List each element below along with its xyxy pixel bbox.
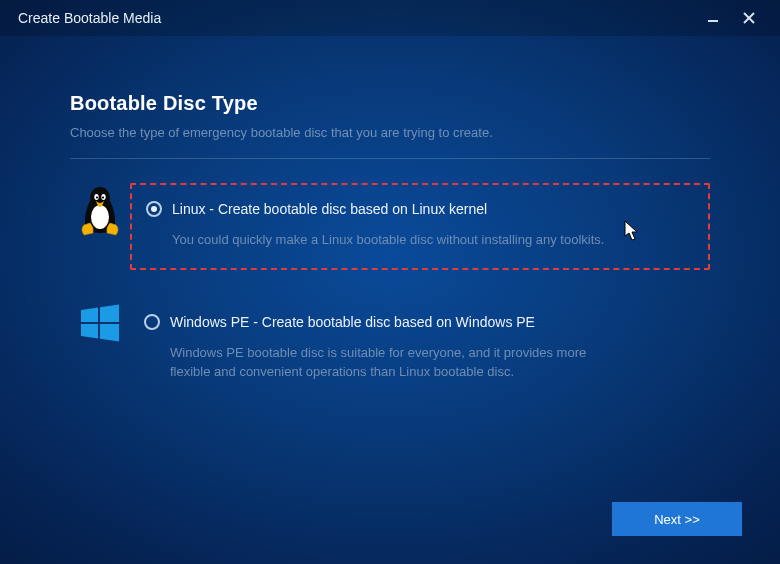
option-winpe: Windows PE - Create bootable disc based … [70,298,710,400]
option-linux-block[interactable]: Linux - Create bootable disc based on Li… [130,183,710,270]
option-winpe-title: Windows PE - Create bootable disc based … [170,314,535,330]
option-linux-desc: You could quickly make a Linux bootable … [172,231,632,250]
winpe-icon-col [70,298,130,344]
svg-point-8 [102,196,104,198]
option-winpe-desc: Windows PE bootable disc is suitable for… [170,344,630,382]
radio-icon [146,201,162,217]
radio-linux[interactable]: Linux - Create bootable disc based on Li… [146,201,694,217]
option-linux: Linux - Create bootable disc based on Li… [70,183,710,270]
radio-icon [144,314,160,330]
svg-point-4 [91,205,109,229]
svg-point-7 [96,196,98,198]
app-window: Create Bootable Media Bootable Disc Type… [0,0,780,564]
minimize-button[interactable] [696,4,730,32]
footer: Next >> [612,502,742,536]
titlebar: Create Bootable Media [0,0,780,36]
content-area: Bootable Disc Type Choose the type of em… [70,92,710,428]
linux-icon-col [70,183,130,237]
minimize-icon [706,11,720,25]
divider [70,158,710,159]
radio-winpe[interactable]: Windows PE - Create bootable disc based … [144,314,696,330]
page-heading: Bootable Disc Type [70,92,710,115]
options-group: Linux - Create bootable disc based on Li… [70,183,710,400]
close-icon [742,11,756,25]
close-button[interactable] [732,4,766,32]
window-title: Create Bootable Media [18,10,161,26]
option-linux-title: Linux - Create bootable disc based on Li… [172,201,487,217]
next-button[interactable]: Next >> [612,502,742,536]
page-subheading: Choose the type of emergency bootable di… [70,125,710,140]
windows-icon [79,302,121,344]
option-winpe-block[interactable]: Windows PE - Create bootable disc based … [130,298,710,400]
tux-icon [78,187,122,237]
